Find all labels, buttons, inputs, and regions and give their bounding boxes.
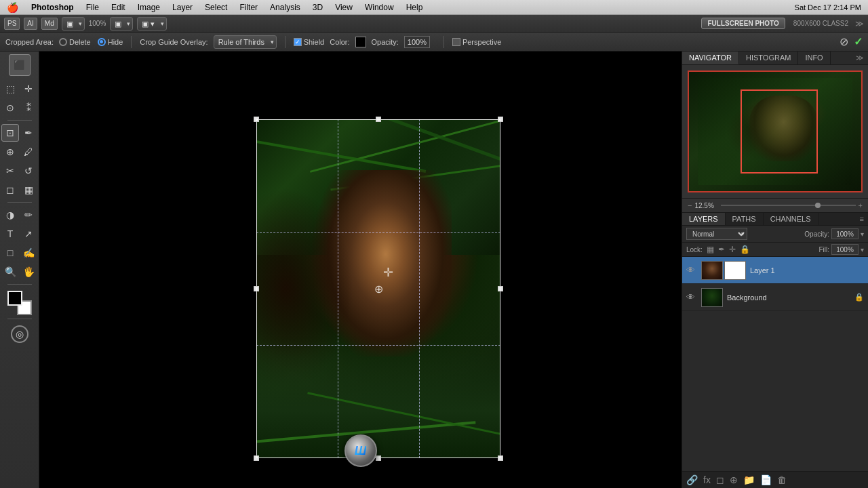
healing-tool[interactable]: ⊕ <box>1 143 19 161</box>
menu-help[interactable]: Help <box>400 0 429 14</box>
lock-move-icon[interactable]: ✛ <box>729 245 736 254</box>
brush-tool[interactable]: 🖊 <box>20 143 37 161</box>
tab-navigator[interactable]: NAVIGATOR <box>682 52 739 64</box>
tab-info[interactable]: INFO <box>798 52 830 64</box>
delete-radio-circle[interactable] <box>59 38 67 46</box>
menu-analysis[interactable]: Analysis <box>264 0 307 14</box>
color-swatch[interactable] <box>355 37 366 47</box>
menu-image[interactable]: Image <box>132 0 166 14</box>
expand-icon[interactable]: ≫ <box>855 19 864 28</box>
view-mode-select-wrap[interactable]: ▣ <box>62 17 85 30</box>
move-tool[interactable]: ✛ <box>20 80 37 98</box>
lock-all-icon[interactable]: 🔒 <box>740 245 750 254</box>
menu-edit[interactable]: Edit <box>105 0 132 14</box>
shape-tool[interactable]: □ <box>1 244 19 262</box>
brush-tool-active[interactable]: ⬛ <box>9 54 31 76</box>
cancel-crop-button[interactable]: ⊘ <box>840 35 848 48</box>
eraser-tool[interactable]: ◻ <box>1 181 19 199</box>
menu-view[interactable]: View <box>329 0 359 14</box>
zoom-in-icon[interactable]: + <box>859 201 863 209</box>
hide-radio[interactable]: Hide <box>98 38 123 46</box>
quick-mask-tool[interactable]: ◎ <box>11 325 28 343</box>
layer-item-layer1[interactable]: 👁 Layer 1 <box>682 257 868 284</box>
magic-wand-tool[interactable]: ⁑ <box>20 99 37 117</box>
type-tool[interactable]: T <box>1 225 19 243</box>
zoom-thumb[interactable] <box>815 203 821 208</box>
tool-separator-1 <box>7 120 32 121</box>
guide-overlay-select[interactable]: Rule of Thirds <box>214 35 277 49</box>
navigator-collapse[interactable]: ≫ <box>852 52 868 64</box>
shield-check-box[interactable] <box>294 38 302 46</box>
shield-checkbox[interactable]: Shield <box>294 38 325 46</box>
canvas2-mode-select[interactable]: ▣ ▾ <box>137 17 167 30</box>
opacity-dropdown-icon[interactable]: ▾ <box>861 230 864 238</box>
group-button[interactable]: 📁 <box>743 474 755 485</box>
fx-button[interactable]: fx <box>703 474 711 485</box>
guide-overlay-wrap[interactable]: Rule of Thirds <box>214 35 277 49</box>
gradient-tool[interactable]: ▦ <box>20 181 37 199</box>
blend-mode-select[interactable]: Normal <box>686 228 747 240</box>
canvas2-mode-wrap[interactable]: ▣ ▾ <box>137 17 167 30</box>
tab-paths[interactable]: PATHS <box>726 213 764 225</box>
apply-crop-button[interactable]: ✓ <box>854 35 863 48</box>
tab-channels[interactable]: CHANNELS <box>764 213 818 225</box>
adjustment-button[interactable]: ⊕ <box>730 474 738 485</box>
history-tool[interactable]: ↺ <box>20 162 37 180</box>
hand-tool[interactable]: 🖐 <box>20 263 37 281</box>
canvas-mode-wrap[interactable]: ▣ <box>110 17 133 30</box>
menu-window[interactable]: Window <box>359 0 400 14</box>
delete-layer-button[interactable]: 🗑 <box>777 474 787 485</box>
zoom-out-icon[interactable]: − <box>688 201 692 209</box>
dodge-tool[interactable]: ◑ <box>1 206 19 224</box>
delete-radio[interactable]: Delete <box>59 38 91 46</box>
select-tool[interactable]: ⬚ <box>1 80 19 98</box>
crop-action-buttons: ⊘ ✓ <box>840 35 863 48</box>
layers-options[interactable]: ≡ <box>856 213 868 225</box>
zoom-tool[interactable]: 🔍 <box>1 263 19 281</box>
menu-3d[interactable]: 3D <box>307 0 329 14</box>
lock-brush-icon[interactable]: ✒ <box>718 245 725 254</box>
layer1-mask-thumb <box>724 261 746 280</box>
menu-filter[interactable]: Filter <box>233 0 264 14</box>
canvas-mode-select[interactable]: ▣ <box>110 17 133 30</box>
foreground-color-swatch[interactable] <box>7 291 22 306</box>
view-mode-select[interactable]: ▣ <box>62 17 85 30</box>
background-lock-icon: 🔒 <box>854 293 864 302</box>
zoom-slider[interactable] <box>721 205 855 206</box>
path-select-tool[interactable]: ↗ <box>20 225 37 243</box>
hide-radio-circle[interactable] <box>98 38 106 46</box>
layer1-visibility-icon[interactable]: 👁 <box>686 265 697 275</box>
background-visibility-icon[interactable]: 👁 <box>686 292 697 302</box>
notes-tool[interactable]: ✍ <box>20 244 37 262</box>
menu-layer[interactable]: Layer <box>166 0 199 14</box>
eyedropper-tool[interactable]: ✒ <box>20 124 37 142</box>
image-container[interactable]: ⊕ ✛ <box>256 119 500 458</box>
nav-viewport-box[interactable] <box>741 89 818 173</box>
color-label: Color: <box>330 38 349 46</box>
fill-input[interactable] <box>831 244 859 255</box>
app-name[interactable]: Photoshop <box>25 0 80 14</box>
menu-select[interactable]: Select <box>199 0 233 14</box>
fullscreen-button[interactable]: FULLSCREEN PHOTO <box>701 18 785 29</box>
lasso-tool[interactable]: ⊙ <box>1 99 19 117</box>
tab-histogram[interactable]: HISTOGRAM <box>739 52 798 64</box>
opacity-input[interactable] <box>404 36 430 48</box>
fill-dropdown-icon[interactable]: ▾ <box>861 246 864 253</box>
tab-layers[interactable]: LAYERS <box>682 213 726 225</box>
link-layers-button[interactable]: 🔗 <box>686 474 698 485</box>
layer-item-background[interactable]: 👁 Background 🔒 <box>682 284 868 311</box>
perspective-checkbox[interactable]: Perspective <box>452 38 501 46</box>
canvas-area[interactable]: ⊕ ✛ Ш <box>39 52 682 488</box>
clone-tool[interactable]: ✂ <box>1 162 19 180</box>
separator-1 <box>131 36 132 48</box>
perspective-check-box[interactable] <box>452 38 460 46</box>
blend-mode-wrap[interactable]: Normal <box>686 228 747 240</box>
opacity-ctrl-input[interactable] <box>831 228 859 239</box>
pen-tool[interactable]: ✏ <box>20 206 37 224</box>
menu-file[interactable]: File <box>80 0 105 14</box>
add-mask-button[interactable]: ◻ <box>716 474 724 485</box>
apple-menu[interactable]: 🍎 <box>0 2 25 13</box>
crop-tool[interactable]: ⊡ <box>1 124 19 142</box>
new-layer-button[interactable]: 📄 <box>760 474 772 485</box>
lock-checkerboard-icon[interactable]: ▦ <box>707 245 714 254</box>
